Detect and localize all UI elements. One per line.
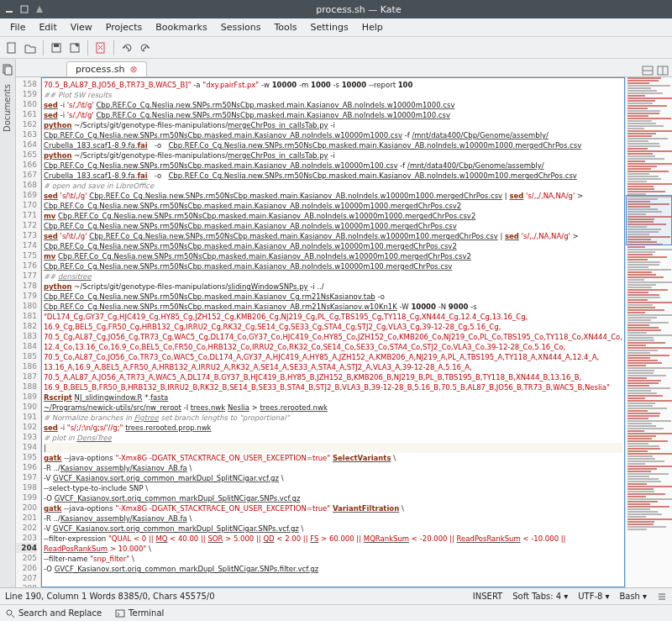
open-icon[interactable] xyxy=(22,39,39,56)
minimize-icon[interactable] xyxy=(3,3,15,15)
code-area[interactable]: 70.5_B,AL87_B,JO56_B,TR73_B,WAC5_B]" -a … xyxy=(41,77,625,587)
search-replace-button[interactable]: Search and Replace xyxy=(5,608,102,618)
tab-label: process.sh xyxy=(76,64,124,75)
menu-sessions[interactable]: Sessions xyxy=(214,20,268,34)
undo-icon[interactable] xyxy=(118,39,135,56)
split-vertical-icon[interactable] xyxy=(657,65,669,76)
svg-rect-2 xyxy=(8,43,15,53)
save-as-icon[interactable] xyxy=(66,39,83,56)
svg-rect-0 xyxy=(6,11,13,13)
status-cursor: Line 190, Column 1 Words 8385/0, Chars 4… xyxy=(5,592,215,601)
documents-icon[interactable] xyxy=(2,64,13,76)
menu-tools[interactable]: Tools xyxy=(267,20,303,34)
chevron-down-icon: ▾ xyxy=(605,592,609,601)
status-mode[interactable]: Bash ▾ xyxy=(619,592,647,601)
menu-help[interactable]: Help xyxy=(355,20,390,34)
window-title: process.sh — Kate xyxy=(49,4,669,15)
terminal-icon xyxy=(115,608,125,618)
menu-file[interactable]: File xyxy=(3,20,32,34)
chevron-down-icon: ▾ xyxy=(564,592,568,601)
tab-process-sh[interactable]: process.sh ⊗ xyxy=(66,61,147,76)
menubar: File Edit View Projects Bookmarks Sessio… xyxy=(0,18,672,37)
status-softtabs[interactable]: Soft Tabs: 4 ▾ xyxy=(512,592,568,601)
menu-projects[interactable]: Projects xyxy=(99,20,149,34)
status-encoding[interactable]: UTF-8 ▾ xyxy=(578,592,609,601)
chevron-down-icon: ▾ xyxy=(643,592,647,601)
redo-icon[interactable] xyxy=(137,39,154,56)
save-icon[interactable] xyxy=(48,39,65,56)
terminal-button[interactable]: Terminal xyxy=(115,608,164,618)
line-gutter: 1581591601611621631641651661671681691701… xyxy=(16,77,41,587)
minimap-viewport[interactable] xyxy=(626,195,672,245)
close-doc-icon[interactable] xyxy=(92,39,109,56)
editor[interactable]: 1581591601611621631641651661671681691701… xyxy=(16,77,672,587)
sidebar: Documents xyxy=(0,59,16,587)
svg-rect-18 xyxy=(116,610,124,617)
menu-view[interactable]: View xyxy=(64,20,99,34)
svg-rect-1 xyxy=(21,6,28,13)
bottombar: Search and Replace Terminal xyxy=(0,604,672,621)
menu-bookmarks[interactable]: Bookmarks xyxy=(149,20,213,34)
svg-point-16 xyxy=(7,610,12,615)
new-icon[interactable] xyxy=(3,39,20,56)
settings-icon[interactable] xyxy=(657,592,667,602)
tabbar: process.sh ⊗ xyxy=(16,59,672,77)
svg-line-17 xyxy=(12,615,14,618)
maximize-icon[interactable] xyxy=(18,3,30,15)
tab-close-icon[interactable]: ⊗ xyxy=(129,64,137,75)
menu-edit[interactable]: Edit xyxy=(32,20,63,34)
svg-rect-4 xyxy=(54,44,59,47)
titlebar: process.sh — Kate xyxy=(0,0,672,18)
minimap[interactable] xyxy=(625,77,672,587)
svg-rect-8 xyxy=(5,66,12,75)
statusbar: Line 190, Column 1 Words 8385/0, Chars 4… xyxy=(0,587,672,604)
app-icon xyxy=(34,3,45,15)
split-horizontal-icon[interactable] xyxy=(642,65,654,76)
sidebar-documents-label[interactable]: Documents xyxy=(3,84,12,132)
toolbar xyxy=(0,37,672,59)
status-insert[interactable]: INSERT xyxy=(473,592,502,601)
menu-settings[interactable]: Settings xyxy=(304,20,355,34)
search-icon xyxy=(5,608,15,618)
